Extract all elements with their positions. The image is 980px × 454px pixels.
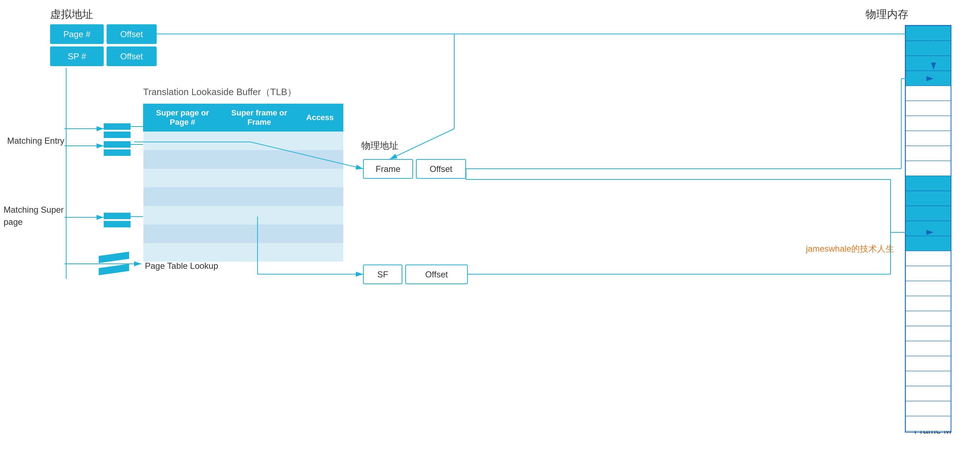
svg-rect-23 (905, 371, 951, 386)
offset2-box: Offset (107, 46, 157, 66)
svg-rect-14 (905, 236, 951, 251)
col-access: Access (297, 104, 344, 132)
svg-rect-3 (905, 71, 951, 86)
svg-rect-0 (905, 26, 951, 41)
sf-offset-box: Offset (405, 265, 468, 284)
offset1-box: Offset (107, 24, 157, 44)
diagram-container: 虚拟地址 Page # Offset SP # Offset Translati… (0, 0, 980, 454)
physical-memory-label: 物理内存 (865, 7, 908, 22)
page-table-lookup-label: Page Table Lookup (145, 261, 218, 271)
page-num-box: Page # (50, 24, 104, 44)
col-frame: Super frame or Frame (222, 104, 297, 132)
virtual-address-label: 虚拟地址 (50, 7, 93, 22)
svg-rect-11 (905, 191, 951, 206)
tlb-table: Super page or Page # Super frame or Fram… (143, 104, 344, 262)
not-equal-bars (99, 254, 129, 273)
svg-rect-21 (905, 341, 951, 356)
svg-line-53 (390, 129, 454, 159)
svg-rect-20 (905, 326, 951, 341)
svg-rect-10 (905, 176, 951, 191)
svg-rect-6 (905, 116, 951, 131)
physical-address-label: 物理地址 (361, 140, 398, 152)
svg-rect-13 (905, 221, 951, 236)
svg-rect-7 (905, 131, 951, 146)
svg-rect-12 (905, 206, 951, 221)
svg-rect-25 (905, 401, 951, 416)
svg-rect-17 (905, 281, 951, 296)
svg-rect-26 (905, 416, 951, 431)
tlb-row-4 (143, 187, 344, 206)
svg-rect-15 (905, 251, 951, 266)
svg-rect-24 (905, 386, 951, 401)
tlb-row-6 (143, 224, 344, 243)
svg-rect-4 (905, 86, 951, 101)
matching-super-page-label: Matching Super page (3, 204, 64, 228)
matching-super-bars (104, 213, 130, 227)
matching-entry-label: Matching Entry (7, 136, 64, 146)
watermark: jameswhale的技术人生 (806, 243, 894, 254)
svg-rect-18 (905, 296, 951, 311)
svg-rect-22 (905, 356, 951, 371)
svg-rect-5 (905, 101, 951, 116)
matching-entry-bars-1 (104, 123, 130, 138)
svg-rect-2 (905, 56, 951, 71)
col-page: Super page or Page # (143, 104, 222, 132)
svg-rect-9 (905, 161, 951, 176)
matching-entry-bars-2 (104, 141, 130, 156)
physical-memory-column (905, 25, 951, 433)
tlb-row-7 (143, 243, 344, 262)
svg-rect-8 (905, 146, 951, 161)
tlb-title: Translation Lookaside Buffer（TLB） (143, 86, 296, 98)
tlb-row-5 (143, 206, 344, 224)
svg-rect-19 (905, 311, 951, 326)
frame-box: Frame (363, 159, 413, 179)
svg-rect-16 (905, 266, 951, 281)
tlb-row-3 (143, 169, 344, 187)
tlb-row-2 (143, 150, 344, 169)
tlb-row-1 (143, 132, 344, 150)
svg-rect-1 (905, 41, 951, 56)
sp-num-box: SP # (50, 46, 104, 66)
pa-offset-box: Offset (416, 159, 466, 179)
sf-box: SF (363, 265, 402, 284)
